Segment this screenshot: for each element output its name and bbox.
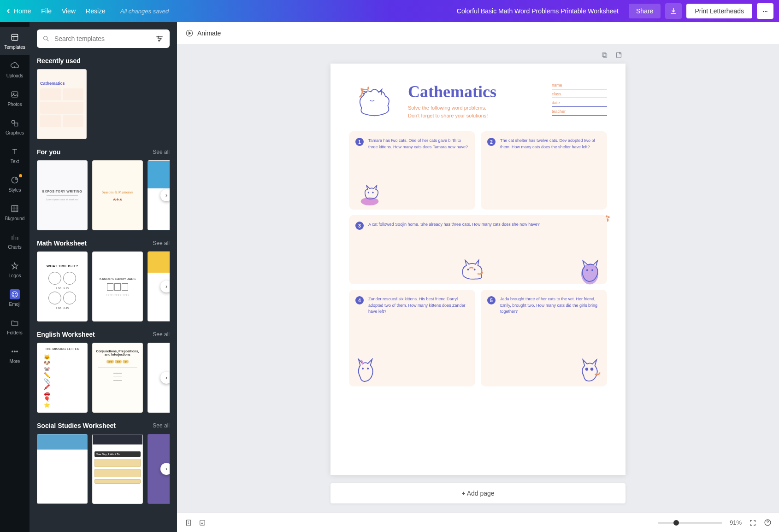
thumb-title: Cathematics [40,81,65,86]
canvas-scroll[interactable]: Cathematics Solve the following word pro… [177,44,779,513]
rail-logos-label: Logos [8,273,21,278]
templates-panel: Recently used Cathematics For [30,22,177,532]
rail-folders-label: Folders [7,330,22,335]
rail-charts-label: Charts [8,245,21,250]
left-icon-rail: Templates Uploads Photos Graphics Text S… [0,22,30,532]
thumb-label: THE MISSING LETTER [45,347,80,351]
rail-more-label: More [10,359,20,364]
rail-text[interactable]: Text [0,141,30,170]
svg-point-38 [592,269,593,270]
worksheet-page[interactable]: Cathematics Solve the following word pro… [330,64,626,475]
rail-styles[interactable]: Styles [0,170,30,198]
see-all-english[interactable]: See all [153,331,170,338]
template-thumb-social2[interactable]: One Day, I Want To [92,434,143,504]
search-input[interactable] [54,35,150,42]
section-title-math: Math Worksheet [37,240,87,247]
problem-text: A cat followed Soojin home. She already … [368,222,540,228]
worksheet-header: Cathematics Solve the following word pro… [349,82,607,121]
cat-decoration-icon [574,354,604,384]
download-icon [670,7,677,15]
more-menu-button[interactable]: ··· [757,3,773,19]
rail-photos[interactable]: Photos [0,84,30,112]
see-all-foryou[interactable]: See all [153,149,170,155]
problem-text: Jada brought three of her cats to the ve… [500,296,601,315]
fullscreen-icon[interactable] [749,519,756,526]
rail-uploads[interactable]: Uploads [0,55,30,84]
problem-text: Zander rescued six kittens. His best fri… [368,296,469,315]
problem-number: 3 [355,222,364,230]
print-button[interactable]: Print Letterheads [686,4,752,18]
zoom-slider[interactable] [658,522,722,524]
carousel-next-english[interactable]: › [160,372,170,384]
template-thumb-candy[interactable]: KANDE'S CANDY JARS▢▢▢ ▢▢▢ ▢▢▢ [92,251,143,322]
rail-background[interactable]: Bkground [0,198,30,227]
duplicate-page-icon[interactable] [601,51,608,59]
rail-styles-label: Styles [8,187,21,193]
see-all-math[interactable]: See all [153,240,170,246]
carousel-next-foryou[interactable]: › [160,189,170,201]
problem-3: 3A cat followed Soojin home. She already… [349,215,607,284]
svg-point-18 [159,40,160,41]
document-title[interactable]: Colorful Basic Math Word Problems Printa… [457,7,619,15]
rail-folders[interactable]: Folders [0,312,30,341]
svg-point-28 [608,216,609,218]
svg-rect-6 [15,123,18,126]
resize-menu[interactable]: Resize [86,7,106,15]
filter-icon[interactable] [155,34,164,43]
pages-icon[interactable]: 1 [184,519,193,527]
new-page-icon[interactable] [615,51,623,59]
template-thumb-missing[interactable]: THE MISSING LETTER🐱 🐶 🐭✏️ 📎 🖍️🚗 🎈 ⭐ [37,343,88,413]
chevron-left-icon [6,8,11,14]
svg-point-17 [160,38,161,40]
rail-more[interactable]: More [0,341,30,369]
charts-icon [10,232,20,242]
template-thumb-expository[interactable]: EXPOSITORY WRITINGLorem ipsum dolor sit … [37,160,88,230]
template-thumb-cathematics[interactable]: Cathematics [37,69,87,139]
template-thumb-conj[interactable]: Conjunctions, Prepositions, and Interjec… [92,343,143,413]
rail-logos[interactable]: Logos [0,255,30,284]
home-button[interactable]: Home [6,7,31,15]
see-all-social[interactable]: See all [153,422,170,429]
emoji-icon [10,289,20,299]
help-icon[interactable] [764,519,772,526]
file-menu[interactable]: File [41,7,52,15]
template-thumb-time[interactable]: WHAT TIME IS IT?3:30 9:157:00 6:45 [37,251,88,322]
template-thumb-seasons[interactable]: Seasons & Memories🍂 🍁 🍂 [92,160,143,230]
more-icon [10,346,20,357]
problem-number: 4 [355,296,364,304]
rail-emoji[interactable]: Emoji [0,284,30,312]
carousel-next-math[interactable]: › [160,281,170,292]
problem-2: 2The cat shelter has twelve cats. Dev ad… [481,131,607,210]
rail-templates[interactable]: Templates [0,27,30,55]
top-left-menu: Home File View Resize All changes saved [6,7,169,15]
styles-icon [10,175,20,185]
rail-graphics[interactable]: Graphics [0,112,30,141]
add-page-button[interactable]: + Add page [330,483,626,503]
svg-point-12 [12,351,13,352]
template-thumb-social1[interactable]: ━━━━━ [37,434,88,504]
worksheet-subtitle: Solve the following word problems.Don't … [408,104,543,119]
section-recently-used: Recently used Cathematics [37,57,170,139]
text-icon [10,146,20,157]
svg-rect-53 [200,520,205,525]
thumb-label: KANDE'S CANDY JARS [100,277,136,281]
svg-point-35 [474,269,475,270]
animate-button[interactable]: Animate [185,29,221,37]
svg-point-44 [367,368,368,369]
search-box[interactable] [37,29,170,48]
download-button[interactable] [665,3,682,19]
svg-point-49 [586,368,588,370]
search-icon [42,35,50,42]
view-menu[interactable]: View [62,7,76,15]
share-button[interactable]: Share [629,4,661,18]
rail-charts[interactable]: Charts [0,227,30,255]
notes-icon[interactable] [198,519,207,527]
canvas-area: Animate Cathematics [177,22,779,532]
problem-number: 5 [487,296,496,304]
carousel-next-social[interactable]: › [160,463,170,475]
canvas-toolbar: Animate [177,22,779,44]
templates-icon [10,32,20,42]
cat-decoration-icon [352,351,379,384]
svg-point-25 [372,192,373,193]
svg-point-5 [12,120,15,123]
